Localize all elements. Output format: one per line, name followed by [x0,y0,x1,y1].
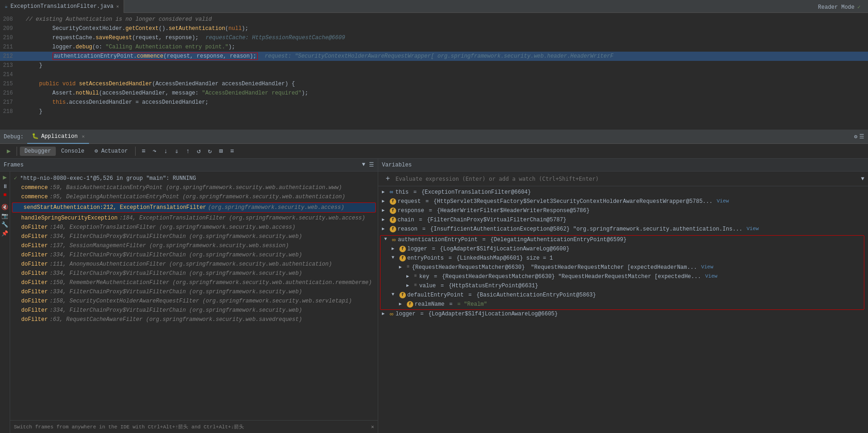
variables-panel: Variables + ▼ ▶ ∞ this = {ExceptionTrans… [378,159,868,433]
var-node-chain[interactable]: ▶ f chain = {FilterChainProxy$VirtualFil… [378,216,868,225]
frames-list: ✓ *http-nio-8080-exec-1*@5,526 in group … [10,172,378,420]
frame-item-13[interactable]: doFilter :334, FilterChainProxy$VirtualF… [10,306,378,315]
code-line-215: 215 public void setAccessDeniedHandler(A… [0,79,868,89]
step-out-btn[interactable]: ↑ [183,146,193,156]
table-view-btn[interactable]: ⊞ [216,146,226,156]
code-line-208: 208 // existing Authentication is no lon… [0,15,868,24]
reason-view-link[interactable]: View [747,226,759,231]
play-icon[interactable]: ▶ [3,173,6,181]
add-watch-btn[interactable]: + [382,175,394,183]
debug-content: Frames ▼ ☰ ▶ ⏸ ■ 🔇 📷 🔧 📌 [0,159,868,433]
debug-label: Debug: [4,134,24,140]
rhrm-view-link[interactable]: View [701,264,713,270]
app-tab-close[interactable]: ✕ [82,134,84,139]
code-line-210: 210 requestCache.saveRequest(request, re… [0,33,868,42]
step-over-btn[interactable]: ↷ [149,146,160,156]
debug-panel: Debug: 🐛 Application ✕ ⚙ ☰ ▶ Debugger Co… [0,130,868,433]
tab-actuator[interactable]: ⚙ Actuator [90,146,132,156]
request-view-link[interactable]: View [717,198,729,204]
tab-debugger[interactable]: Debugger [20,147,56,156]
step-into-force-btn[interactable]: ⇓ [172,146,182,156]
frames-header-right: ▼ ☰ [362,161,374,168]
var-node-entrypoints[interactable]: ▼ f entryPoints = {LinkedHashMap@6601} s… [380,254,864,263]
var-node-rhrm[interactable]: ▶ ≡ {RequestHeaderRequestMatcher@6630} "… [380,263,864,273]
eval-input[interactable] [396,176,859,182]
frame-item-10[interactable]: doFilter :150, RememberMeAuthenticationF… [10,278,378,287]
thread-item[interactable]: ✓ *http-nio-8080-exec-1*@5,526 in group … [10,173,378,183]
frame-item-5[interactable]: doFilter :334, FilterChainProxy$VirtualF… [10,232,378,241]
var-node-logger-outer[interactable]: ▶ ∞ logger = {LogAdapter$Slf4jLocationAw… [378,310,868,319]
frame-item-3[interactable]: handleSpringSecurityException :184, Exce… [10,214,378,223]
code-line-218: 218 } [0,107,868,116]
editor-tab-bar: ☕ ExceptionTranslationFilter.java ✕ Read… [0,0,868,13]
frame-item-selected[interactable]: sendStartAuthentication:212, ExceptionTr… [12,202,376,213]
camera-icon[interactable]: 📷 [1,213,8,219]
side-buttons: ▶ ⏸ ■ 🔇 📷 🔧 📌 [0,172,10,433]
var-node-authep[interactable]: ▼ ∞ authenticationEntryPoint = {Delegati… [380,236,864,245]
editor-tab-close[interactable]: ✕ [116,4,119,9]
debug-settings-icon[interactable]: ⚙ [854,133,857,140]
frames-menu-icon[interactable]: ☰ [369,161,374,168]
var-node-realm[interactable]: ▶ f realmName = = "Realm" [380,300,864,309]
frame-item-12[interactable]: doFilter :158, SecurityContextHolderAwar… [10,297,378,306]
variables-header: Variables [378,159,868,172]
pause-icon[interactable]: ⏸ [2,183,8,190]
frame-item-7[interactable]: doFilter :334, FilterChainProxy$VirtualF… [10,250,378,260]
var-node-this[interactable]: ▶ ∞ this = {ExceptionTranslationFilter@6… [378,188,868,197]
code-line-216: 216 Assert.notNull(accessDeniedHandler, … [0,89,868,98]
frame-item-14[interactable]: doFilter :63, RequestCacheAwareFilter (o… [10,315,378,324]
var-node-key[interactable]: ▶ ≡ key = {RequestHeaderRequestMatcher@6… [380,273,864,282]
frames-header: Frames ▼ ☰ [0,159,378,172]
frame-item-9[interactable]: doFilter :334, FilterChainProxy$VirtualF… [10,269,378,278]
var-node-response[interactable]: ▶ f response = {HeaderWriterFilter$Heade… [378,207,868,216]
frames-icon[interactable]: ≡ [138,146,149,156]
frame-item-1[interactable]: commence :95, DelegatingAuthenticationEn… [10,192,378,202]
step-into-btn[interactable]: ↓ [161,146,171,156]
code-line-213: 213 } [0,61,868,70]
wrench-icon[interactable]: 🔧 [1,221,8,228]
frame-item-0[interactable]: commence :59, BasicAuthenticationEntryPo… [10,183,378,192]
code-line-217: 217 this.accessDeniedHandler = accessDen… [0,98,868,107]
reader-mode-toggle[interactable]: Reader Mode ✓ [818,4,861,11]
resume-button[interactable]: ▶ [4,146,14,156]
app-tab-label: Application [41,133,77,140]
var-node-reason[interactable]: ▶ f reason = {InsufficientAuthentication… [378,225,868,234]
more-tools-btn[interactable]: ≡ [227,146,237,156]
thread-check: ✓ [14,175,17,182]
var-node-logger[interactable]: ▶ f logger = {LogAdapter$Slf4jLocationAw… [380,245,864,254]
frame-item-8[interactable]: doFilter :111, AnonymousAuthenticationFi… [10,260,378,269]
tab-console[interactable]: Console [57,147,89,156]
mute-icon[interactable]: 🔇 [1,204,8,211]
code-line-212: 212 authenticationEntryPoint.commence(re… [0,52,868,61]
reader-mode-check: ✓ [857,4,861,11]
filter-icon[interactable]: ▼ [362,161,365,168]
var-node-value[interactable]: ▶ ≡ value = {HttpStatusEntryPoint@6631} [380,282,864,291]
frames-body: ▶ ⏸ ■ 🔇 📷 🔧 📌 ✓ *http-nio-8080-exec-1*@5… [0,172,378,433]
frames-hint: Switch frames from anywhere in the IDE w… [14,423,244,430]
variables-tree: ▶ ∞ this = {ExceptionTranslationFilter@6… [378,186,868,433]
variables-label: Variables [382,162,412,168]
toolbar-sep-2 [135,147,136,156]
reader-mode-label: Reader Mode [818,4,855,11]
java-icon: ☕ [5,3,8,9]
evaluate-btn[interactable]: ↻ [205,146,215,156]
editor-area: ☕ ExceptionTranslationFilter.java ✕ Read… [0,0,868,130]
code-area: 208 // existing Authentication is no lon… [0,13,868,118]
debug-extra-icon[interactable]: ☰ [859,133,864,140]
stop-icon[interactable]: ■ [3,192,6,198]
editor-tab[interactable]: ☕ ExceptionTranslationFilter.java ✕ [0,0,124,13]
eval-dropdown[interactable]: ▼ [861,176,864,182]
frame-item-4[interactable]: doFilter :140, ExceptionTranslationFilte… [10,223,378,232]
debug-app-tab[interactable]: 🐛 Application ✕ [27,130,89,144]
frames-bottom-close[interactable]: ✕ [371,424,374,430]
pin-icon[interactable]: 📌 [1,230,8,237]
var-node-default-ep[interactable]: ▼ f defaultEntryPoint = {BasicAuthentica… [380,291,864,300]
app-bug-icon: 🐛 [32,133,39,140]
frame-item-11[interactable]: doFilter :334, FilterChainProxy$VirtualF… [10,287,378,297]
frames-label: Frames [4,162,24,168]
toolbar-sep-1 [17,147,17,156]
key-view-link[interactable]: View [705,273,717,279]
frame-item-6[interactable]: doFilter :137, SessionManagementFilter (… [10,241,378,250]
var-node-request[interactable]: ▶ f request = {HttpServlet3RequestFactor… [378,197,868,207]
run-to-cursor-btn[interactable]: ↺ [194,146,204,156]
